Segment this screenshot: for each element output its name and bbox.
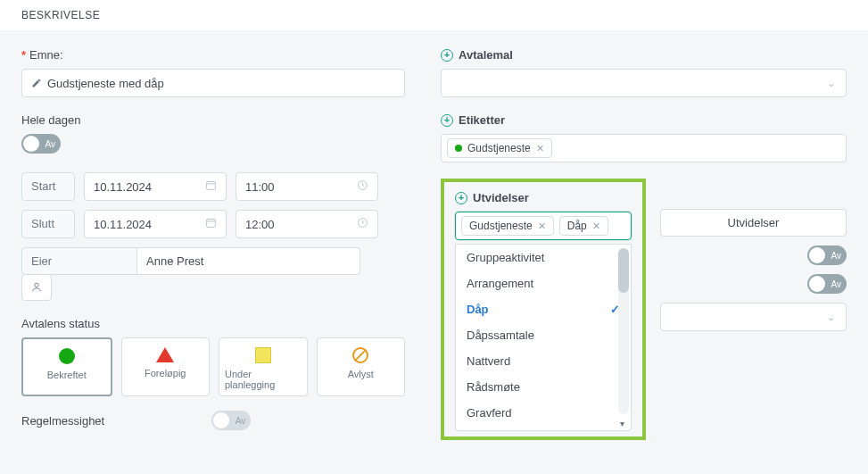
- svg-line-13: [363, 223, 365, 224]
- dropdown-option[interactable]: Rådsmøte: [456, 374, 631, 400]
- plus-circle-icon[interactable]: [455, 192, 467, 204]
- etikett-tag[interactable]: Gudstjeneste ✕: [447, 138, 552, 158]
- dropdown-option[interactable]: Gruppeaktivitet: [456, 245, 631, 270]
- regelmessighet-toggle[interactable]: Av: [211, 411, 251, 430]
- hele-dagen-label: Hele dagen: [21, 113, 405, 127]
- plus-circle-icon[interactable]: [441, 49, 453, 62]
- dropdown-option[interactable]: Dåp✓: [456, 296, 631, 322]
- utvidelser-dropdown[interactable]: Gruppeaktivitet Arrangement Dåp✓ Dåpssam…: [455, 244, 632, 431]
- emne-label: Emne:: [21, 48, 405, 62]
- svg-line-6: [363, 186, 365, 187]
- avtalemal-select[interactable]: ⌄: [441, 69, 847, 97]
- arrow-down-icon[interactable]: ▾: [620, 419, 624, 428]
- calendar-icon: [205, 179, 217, 194]
- dot-icon: [455, 145, 462, 152]
- triangle-icon: [156, 347, 174, 362]
- eier-name: Anne Prest: [137, 247, 360, 275]
- calendar-icon: [205, 217, 217, 231]
- utvidelser-button[interactable]: Utvidelser: [660, 209, 847, 237]
- regelmessighet-label: Regelmessighet: [21, 414, 104, 428]
- chevron-down-icon: ⌄: [827, 312, 835, 323]
- right-extra-select[interactable]: ⌄: [660, 303, 847, 331]
- emne-input-wrap[interactable]: [21, 69, 405, 97]
- plus-circle-icon[interactable]: [441, 114, 453, 127]
- pencil-icon: [31, 78, 42, 88]
- status-under-planlegging[interactable]: Under planlegging: [219, 337, 308, 396]
- close-icon[interactable]: ✕: [538, 220, 546, 232]
- dropdown-option[interactable]: Vielse⌄: [456, 426, 631, 430]
- slutt-date-input[interactable]: 10.11.2024: [84, 210, 227, 238]
- scrollbar[interactable]: ▴ ▾: [618, 248, 629, 414]
- eier-label: Eier: [21, 247, 137, 275]
- emne-input[interactable]: [47, 77, 395, 90]
- dropdown-option[interactable]: Arrangement: [456, 270, 631, 296]
- avtalemal-label: Avtalemal: [441, 48, 847, 62]
- dropdown-option[interactable]: Gravferd: [456, 400, 631, 426]
- svg-rect-0: [207, 181, 216, 189]
- utvidelser-select[interactable]: Gudstjeneste ✕ Dåp ✕: [455, 212, 632, 240]
- start-date-input[interactable]: 10.11.2024: [84, 172, 227, 201]
- chevron-down-icon: ⌄: [827, 78, 835, 89]
- status-forelopig[interactable]: Foreløpig: [121, 337, 211, 396]
- circle-icon: [59, 348, 75, 364]
- hele-dagen-toggle[interactable]: Av: [21, 134, 61, 154]
- clock-icon: [357, 217, 368, 231]
- utvidelser-tag[interactable]: Dåp ✕: [559, 216, 608, 236]
- close-icon[interactable]: ✕: [592, 220, 600, 232]
- dropdown-option[interactable]: Dåpssamtale: [456, 322, 631, 348]
- right-toggle-2[interactable]: Av: [807, 274, 847, 294]
- start-label: Start: [21, 172, 75, 201]
- utvidelser-label: Utvidelser: [455, 191, 632, 204]
- etiketter-label: Etiketter: [441, 113, 847, 127]
- page-header: BESKRIVELSE: [0, 0, 868, 30]
- slutt-time-input[interactable]: 12:00: [236, 210, 378, 238]
- etiketter-tagbox[interactable]: Gudstjeneste ✕: [441, 134, 847, 162]
- status-bekreftet[interactable]: Bekreftet: [21, 337, 112, 396]
- cancel-icon: [352, 347, 368, 363]
- person-picker-button[interactable]: [21, 274, 52, 301]
- slutt-label: Slutt: [21, 210, 75, 238]
- status-label: Avtalens status: [21, 317, 405, 330]
- page-title: BESKRIVELSE: [21, 9, 100, 21]
- svg-point-14: [35, 283, 38, 287]
- dropdown-option[interactable]: Nattverd: [456, 348, 631, 374]
- scrollbar-thumb[interactable]: [618, 248, 629, 293]
- clock-icon: [357, 179, 368, 194]
- utvidelser-tag[interactable]: Gudstjeneste ✕: [461, 216, 554, 236]
- utvidelser-highlight: Utvidelser Gudstjeneste ✕ Dåp ✕ Gruppeak…: [441, 179, 646, 440]
- status-avlyst[interactable]: Avlyst: [317, 337, 406, 396]
- close-icon[interactable]: ✕: [536, 143, 544, 154]
- right-toggle-1[interactable]: Av: [807, 245, 847, 265]
- start-time-input[interactable]: 11:00: [236, 172, 378, 201]
- svg-rect-7: [207, 219, 216, 227]
- square-icon: [255, 347, 271, 363]
